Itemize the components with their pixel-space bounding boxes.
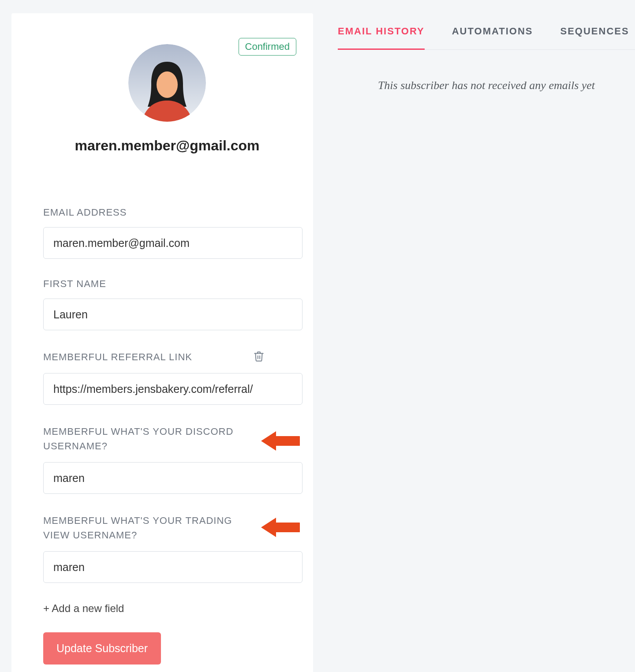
email-input[interactable] (43, 227, 303, 259)
status-badge: Confirmed (239, 38, 296, 56)
empty-state-message: This subscriber has not received any ema… (338, 79, 635, 92)
firstname-label: FIRST NAME (43, 278, 291, 290)
trash-icon[interactable] (253, 350, 265, 364)
tabs: EMAIL HISTORY AUTOMATIONS SEQUENCES (338, 26, 635, 50)
firstname-input[interactable] (43, 299, 303, 330)
email-label: EMAIL ADDRESS (43, 207, 291, 218)
referral-input[interactable] (43, 373, 303, 405)
tab-email-history[interactable]: EMAIL HISTORY (338, 26, 425, 50)
svg-point-1 (157, 71, 178, 98)
tab-automations[interactable]: AUTOMATIONS (452, 26, 533, 50)
tab-sequences[interactable]: SEQUENCES (560, 26, 629, 50)
avatar (128, 44, 206, 122)
discord-label: MEMBERFUL WHAT'S YOUR DISCORD USERNAME? (43, 424, 255, 453)
add-new-field-link[interactable]: + Add a new field (43, 602, 291, 615)
subscriber-card: Confirmed maren.member@gmail.com (11, 13, 313, 672)
update-subscriber-button[interactable]: Update Subscriber (43, 632, 161, 665)
referral-label: MEMBERFUL REFERRAL LINK (43, 350, 192, 364)
subscriber-email-heading: maren.member@gmail.com (75, 138, 260, 154)
tradingview-label: MEMBERFUL WHAT'S YOUR TRADING VIEW USERN… (43, 513, 255, 542)
tradingview-input[interactable] (43, 551, 303, 583)
discord-input[interactable] (43, 462, 303, 494)
annotation-arrow-icon (259, 428, 300, 456)
annotation-arrow-icon (259, 514, 300, 542)
right-panel: EMAIL HISTORY AUTOMATIONS SEQUENCES This… (338, 13, 635, 672)
